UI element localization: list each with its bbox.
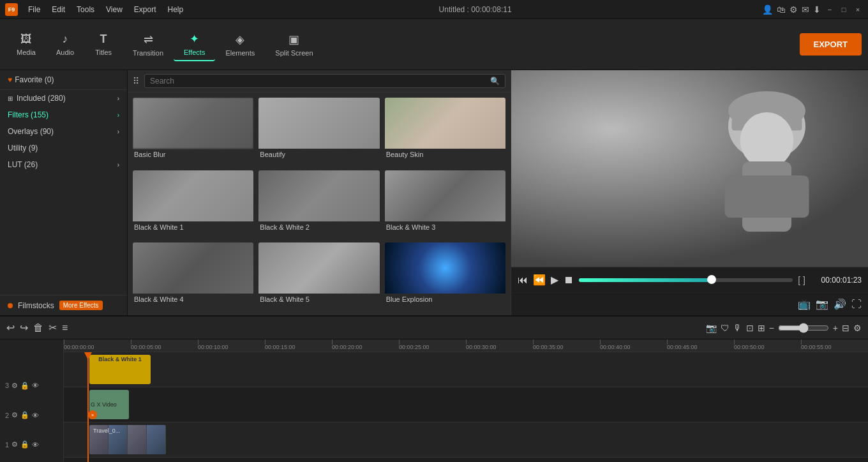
tl-settings-btn[interactable]: ⚙ — [853, 323, 862, 333]
effect-bw2[interactable]: Black & White 2 — [258, 170, 379, 238]
user-icon[interactable]: 👤 — [762, 4, 773, 15]
ruler-label-0: 00:00:00:00 — [64, 344, 94, 350]
group-lut[interactable]: LUT (26) › — [0, 156, 127, 173]
effect-bw1[interactable]: Black & White 1 — [133, 170, 253, 238]
more-effects-button[interactable]: More Effects — [59, 301, 103, 310]
export-button[interactable]: EXPORT — [800, 33, 862, 56]
ruler-label-8: 00:00:40:00 — [600, 344, 631, 350]
effect-basic-blur[interactable]: Basic Blur — [133, 98, 253, 165]
overlays-label: Overlays (90) — [8, 127, 54, 136]
tool-media[interactable]: 🖼 Media — [6, 29, 46, 60]
effects-grid: Basic BlurBeautifyBeauty SkinBlack & Whi… — [128, 93, 511, 315]
ruler-line-10 — [734, 339, 735, 345]
tool-audio[interactable]: ♪ Audio — [46, 29, 84, 60]
tl-plus-btn[interactable]: + — [833, 323, 838, 333]
tool-splitscreen[interactable]: ▣ Split Screen — [265, 29, 323, 61]
tool-elements[interactable]: ◈ Elements — [215, 29, 265, 61]
tl-pip-btn[interactable]: ⊞ — [758, 323, 765, 333]
redo-button[interactable]: ↪ — [20, 322, 28, 334]
tool-effects[interactable]: ✦ Effects — [174, 28, 215, 61]
preview-timeline[interactable] — [579, 278, 793, 282]
menu-tools[interactable]: Tools — [71, 4, 100, 15]
tool-transition[interactable]: ⇌ Transition — [123, 29, 174, 61]
track-3-lock-icon[interactable]: 🔒 — [20, 382, 29, 390]
preview-fullscreen-btn[interactable]: ⛶ — [851, 299, 862, 310]
delete-button[interactable]: 🗑 — [33, 322, 43, 334]
ruler-label-4: 00:00:20:00 — [332, 344, 363, 350]
track-1-lock-icon[interactable]: 🔒 — [20, 440, 29, 449]
tools-icon[interactable]: ⚙ — [789, 4, 798, 15]
effect-beautify[interactable]: Beautify — [258, 98, 379, 165]
bracket-left-btn[interactable]: [ — [798, 275, 800, 285]
minimize-btn[interactable]: − — [825, 4, 835, 15]
download-icon[interactable]: ⬇ — [813, 4, 821, 15]
tl-record-btn[interactable]: ⊡ — [746, 323, 754, 333]
track-1-settings-icon[interactable]: ⚙ — [11, 440, 18, 449]
effect-blue-explosion[interactable]: Blue Explosion — [385, 242, 505, 310]
titlebar-menus: FileEditToolsViewExportHelp — [23, 4, 188, 15]
skip-back-button[interactable]: ⏮ — [518, 274, 528, 286]
stop-button[interactable]: ⏹ — [564, 274, 574, 286]
ruler-label-6: 00:00:30:00 — [466, 344, 497, 350]
clip-film-label: Travel_0... — [92, 426, 121, 435]
cut-button[interactable]: ✂ — [49, 322, 57, 334]
bracket-right-btn[interactable]: ] — [803, 275, 805, 285]
menu-view[interactable]: View — [101, 4, 128, 15]
splitscreen-icon: ▣ — [288, 33, 299, 47]
clip-filmstrip[interactable]: Travel_0... — [89, 425, 166, 454]
effect-label-blue-explosion: Blue Explosion — [385, 294, 505, 305]
track-3-settings-icon[interactable]: ⚙ — [11, 382, 18, 390]
effect-thumb-blue-explosion — [385, 242, 505, 294]
search-box[interactable]: 🔍 — [144, 74, 505, 88]
effect-bw4[interactable]: Black & White 4 — [133, 242, 253, 310]
tl-mic-btn[interactable]: 🎙 — [733, 323, 742, 333]
tool-titles[interactable]: T Titles — [84, 29, 123, 60]
effect-beauty-skin[interactable]: Beauty Skin — [385, 98, 505, 165]
zoom-slider[interactable] — [778, 323, 829, 333]
track-3-eye-icon[interactable]: 👁 — [32, 382, 39, 389]
tl-layout-btn[interactable]: ⊟ — [842, 323, 849, 333]
track-2-num: 2 — [5, 412, 9, 419]
maximize-btn[interactable]: □ — [839, 4, 849, 15]
preview-audio-btn[interactable]: 🔊 — [834, 298, 846, 310]
track-2-lock-icon[interactable]: 🔒 — [20, 411, 29, 419]
search-input[interactable] — [150, 77, 488, 86]
menu-file[interactable]: File — [23, 4, 45, 15]
menu-edit[interactable]: Edit — [47, 4, 70, 15]
effect-bw3[interactable]: Black & White 3 — [385, 170, 505, 238]
close-btn[interactable]: × — [853, 4, 863, 15]
group-overlays[interactable]: Overlays (90) › — [0, 123, 127, 140]
clip-marker[interactable]: × — [88, 410, 97, 419]
filter-list: ⊞ Included (280) › Filters (155) › Overl… — [0, 90, 127, 295]
favorite-button[interactable]: ♥ Favorite (0) — [0, 70, 127, 90]
group-utility[interactable]: Utility (9) — [0, 140, 127, 156]
play-button[interactable]: ▶ — [551, 274, 558, 286]
timeline-content: 00:00:00:0000:00:05:0000:00:10:0000:00:1… — [64, 339, 868, 462]
effect-label-basic-blur: Basic Blur — [133, 149, 253, 160]
effect-bw5[interactable]: Black & White 5 — [258, 242, 379, 310]
group-included[interactable]: ⊞ Included (280) › — [0, 90, 127, 107]
mail-icon[interactable]: ✉ — [802, 4, 809, 15]
playhead[interactable] — [87, 352, 89, 462]
rewind-button[interactable]: ⏪ — [533, 274, 546, 286]
tl-shield-btn[interactable]: 🛡 — [721, 323, 730, 333]
properties-button[interactable]: ≡ — [62, 322, 68, 334]
tl-minus-btn[interactable]: − — [769, 323, 774, 333]
film-thumb-3 — [128, 425, 147, 454]
grid-view-icon[interactable]: ⠿ — [133, 76, 139, 86]
track-1-eye-icon[interactable]: 👁 — [32, 441, 39, 449]
undo-button[interactable]: ↩ — [6, 322, 15, 334]
track-2-settings-icon[interactable]: ⚙ — [11, 411, 18, 419]
tl-camera-btn[interactable]: 📷 — [706, 323, 717, 333]
track-2-eye-icon[interactable]: 👁 — [32, 412, 39, 419]
timeline-thumb[interactable] — [707, 275, 716, 284]
filmstocks-row[interactable]: Filmstocks More Effects — [0, 295, 127, 315]
preview-monitor-btn[interactable]: 📺 — [798, 298, 811, 310]
menu-help[interactable]: Help — [163, 4, 189, 15]
track-row-2: G X Video × — [64, 387, 868, 422]
group-filters[interactable]: Filters (155) › — [0, 107, 127, 123]
preview-snapshot-btn[interactable]: 📷 — [816, 298, 828, 310]
clip-blackwhite[interactable]: Black & White 1 — [89, 355, 151, 384]
menu-export[interactable]: Export — [129, 4, 161, 15]
bag-icon[interactable]: 🛍 — [777, 4, 786, 15]
